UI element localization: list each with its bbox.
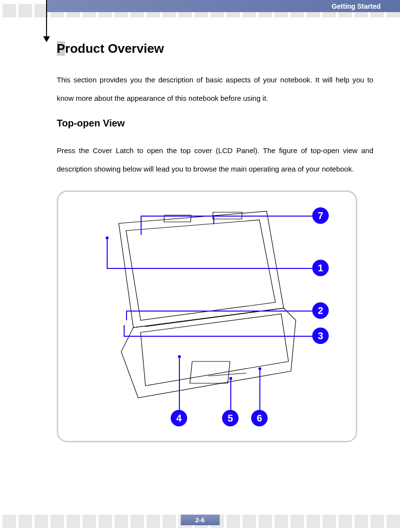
leader-dot bbox=[106, 236, 109, 239]
deco-square bbox=[354, 515, 368, 528]
section-header: Getting Started bbox=[46, 0, 400, 12]
callout-4: 4 bbox=[171, 410, 187, 426]
deco-square bbox=[322, 515, 336, 528]
deco-square bbox=[18, 4, 32, 17]
leader-line bbox=[213, 216, 214, 224]
deco-square bbox=[386, 515, 400, 528]
deco-square bbox=[114, 515, 128, 528]
leader-line bbox=[230, 378, 231, 414]
callout-3: 3 bbox=[312, 328, 329, 344]
deco-square bbox=[274, 515, 288, 528]
leader-line bbox=[179, 357, 180, 414]
main-content: Product Overview This section provides y… bbox=[57, 41, 373, 442]
title-highlight: P bbox=[57, 41, 65, 56]
deco-square bbox=[98, 515, 112, 528]
leader-line bbox=[124, 336, 315, 337]
margin-line bbox=[46, 0, 47, 40]
leader-line bbox=[107, 268, 315, 269]
title-text: roduct Overview bbox=[65, 41, 164, 56]
leader-line bbox=[259, 369, 260, 414]
section-title: Getting Started bbox=[332, 2, 381, 10]
leader-dot bbox=[229, 377, 232, 380]
leader-line bbox=[141, 216, 142, 235]
callout-1: 1 bbox=[312, 260, 329, 276]
deco-square bbox=[2, 515, 16, 528]
callout-6: 6 bbox=[251, 410, 268, 426]
deco-square bbox=[242, 515, 256, 528]
deco-square bbox=[82, 515, 96, 528]
leader-line bbox=[124, 325, 125, 336]
deco-square bbox=[258, 515, 272, 528]
leader-line bbox=[107, 238, 108, 268]
deco-square bbox=[18, 515, 32, 528]
deco-square bbox=[162, 515, 176, 528]
callout-5: 5 bbox=[222, 410, 239, 426]
deco-square bbox=[66, 515, 80, 528]
callout-7: 7 bbox=[312, 207, 329, 224]
deco-square bbox=[226, 515, 240, 528]
deco-square bbox=[146, 515, 160, 528]
leader-line bbox=[126, 311, 127, 320]
page-number-text: 2-6 bbox=[195, 516, 205, 524]
page-number: 2-6 bbox=[181, 515, 220, 525]
intro-paragraph: This section provides you the descriptio… bbox=[57, 71, 373, 107]
leader-line bbox=[141, 216, 315, 217]
deco-square bbox=[34, 515, 48, 528]
deco-square bbox=[50, 515, 64, 528]
margin-arrow-icon bbox=[43, 36, 50, 42]
callout-2: 2 bbox=[312, 302, 329, 319]
deco-square bbox=[130, 515, 144, 528]
leader-dot bbox=[258, 367, 261, 370]
section-subtitle: Top-open View bbox=[57, 118, 373, 129]
deco-square bbox=[370, 515, 384, 528]
deco-square bbox=[2, 4, 16, 17]
leader-dot bbox=[178, 355, 181, 358]
deco-square bbox=[290, 515, 304, 528]
leader-line bbox=[126, 311, 315, 312]
page-title: Product Overview bbox=[57, 41, 373, 56]
deco-square bbox=[338, 515, 352, 528]
figure-box: 7 1 2 3 4 5 6 bbox=[57, 190, 357, 442]
deco-square bbox=[306, 515, 320, 528]
body-paragraph: Press the Cover Latch to open the top co… bbox=[57, 141, 373, 178]
